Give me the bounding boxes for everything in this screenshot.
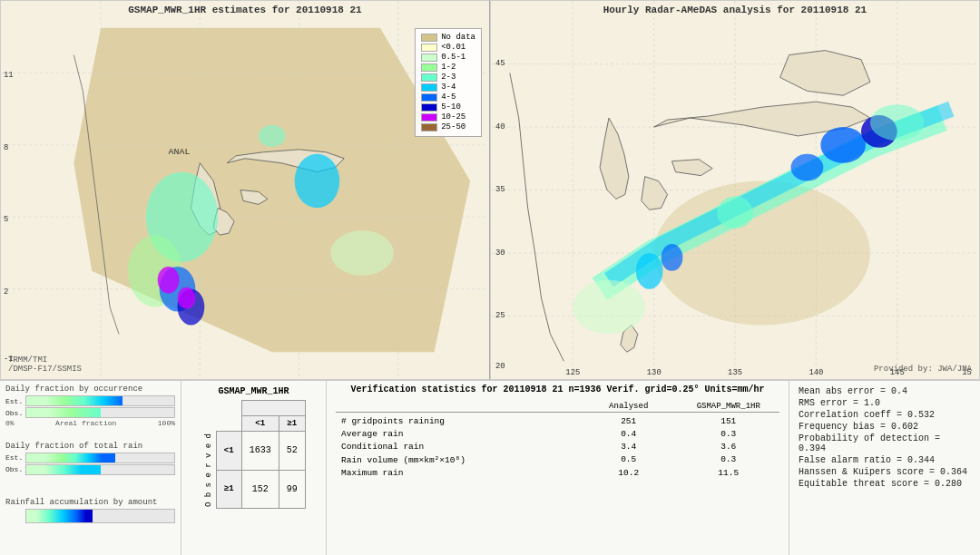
stat-pod: Probability of detection = 0.394 <box>799 433 971 453</box>
bar-chart-2-title: Daily fraction of total rain <box>5 442 175 451</box>
verif-row-gridpoints-v1: 251 <box>580 414 678 427</box>
verif-row-condrain-v2: 3.6 <box>678 440 779 453</box>
svg-text:8: 8 <box>4 143 8 152</box>
matrix-cell-01: 52 <box>279 432 305 471</box>
bar-axis-1: 0% Areal fraction 100% <box>5 419 175 427</box>
verif-row-maxrain-v1: 10.2 <box>580 466 678 479</box>
bar2-obs-label: Obs. <box>5 465 25 473</box>
svg-text:125: 125 <box>565 368 580 377</box>
svg-text:11: 11 <box>4 71 14 80</box>
stat-equitable-threat: Equitable threat score = 0.280 <box>799 479 971 489</box>
verif-row-condrain-v1: 3.4 <box>580 440 678 453</box>
stats-row: Daily fraction by occurrence Est. Obs. 0… <box>0 381 980 555</box>
verif-row-maxrain-label: Maximum rain <box>336 466 580 479</box>
bar-est-container <box>25 395 175 406</box>
matrix-cell-10: 152 <box>241 470 279 509</box>
verif-table: Analysed GSMAP_MWR_1HR # gridpoints rain… <box>336 400 779 479</box>
verif-row-rainvol-v1: 0.5 <box>580 453 678 466</box>
left-map-panel: GSMAP_MWR_1HR estimates for 20110918 21 … <box>0 0 490 380</box>
right-map-panel: Hourly Radar-AMeDAS analysis for 2011091… <box>490 0 980 380</box>
svg-text:135: 135 <box>728 368 742 377</box>
svg-point-89 <box>662 244 683 271</box>
verif-row-gridpoints-label: # gridpoints raining <box>336 414 580 427</box>
svg-point-52 <box>178 287 196 309</box>
svg-text:2: 2 <box>4 287 8 297</box>
svg-point-54 <box>330 230 394 276</box>
matrix-obs-label: O b s e r v e d <box>201 432 216 509</box>
right-stats-panel: Mean abs error = 0.4 RMS error = 1.0 Cor… <box>789 381 980 555</box>
matrix-cell-11: 99 <box>279 470 305 509</box>
matrix-cell-00: 1633 <box>241 432 279 471</box>
svg-text:45: 45 <box>495 59 505 68</box>
verif-row-avgrain-label: Average rain <box>336 427 580 440</box>
svg-text:5: 5 <box>4 215 8 224</box>
stat-false-alarm: False alarm ratio = 0.344 <box>799 455 971 465</box>
right-map-title: Hourly Radar-AMeDAS analysis for 2011091… <box>603 5 867 15</box>
svg-point-87 <box>791 154 824 181</box>
right-map-watermark: Provided by: JWA/JMA <box>874 365 972 374</box>
stat-hanssen-kuipers: Hanssen & Kuipers score = 0.364 <box>799 467 971 477</box>
stat-freq-bias: Frequency bias = 0.602 <box>799 422 971 432</box>
verif-col-empty <box>336 400 580 413</box>
matrix-panel: GSMAP_MWR_1HR <1 ≥1 O b s e r v e d <1 1… <box>181 381 327 555</box>
svg-point-91 <box>573 280 644 335</box>
stat-rms-error: RMS error = 1.0 <box>799 398 971 408</box>
svg-point-53 <box>259 125 286 147</box>
svg-point-85 <box>820 127 866 163</box>
verif-row-condrain-label: Conditional rain <box>336 440 580 453</box>
verif-row-rainvol-label: Rain volume (mm×km²×10⁸) <box>336 453 580 466</box>
verif-col-analysed: Analysed <box>580 400 678 413</box>
matrix-row-header-1: <1 <box>216 432 241 471</box>
verif-row-avgrain-v2: 0.3 <box>678 427 779 440</box>
verif-row-rainvol-v2: 0.3 <box>678 453 779 466</box>
verif-row-gridpoints-v2: 151 <box>678 414 779 427</box>
svg-text:25: 25 <box>495 311 505 320</box>
verif-col-gsmap: GSMAP_MWR_1HR <box>678 400 779 413</box>
svg-text:40: 40 <box>495 122 505 131</box>
verif-row-avgrain-v1: 0.4 <box>580 427 678 440</box>
stat-correlation: Correlation coeff = 0.532 <box>799 410 971 420</box>
matrix-col-header-1: <1 <box>241 416 279 432</box>
bar3-container <box>25 509 175 523</box>
svg-text:130: 130 <box>647 368 662 377</box>
svg-text:ANAL: ANAL <box>169 147 191 157</box>
matrix-title: GSMAP_MWR_1HR <box>218 386 289 396</box>
bar-chart-1-title: Daily fraction by occurrence <box>5 385 175 394</box>
maps-row: GSMAP_MWR_1HR estimates for 20110918 21 … <box>0 0 980 381</box>
bar-obs-container <box>25 407 175 418</box>
svg-point-92 <box>717 196 753 229</box>
bar-charts-panel: Daily fraction by occurrence Est. Obs. 0… <box>0 381 181 555</box>
svg-point-48 <box>295 154 340 209</box>
verif-panel: Verification statistics for 20110918 21 … <box>327 381 789 555</box>
svg-text:35: 35 <box>495 185 505 194</box>
main-container: GSMAP_MWR_1HR estimates for 20110918 21 … <box>0 0 980 555</box>
svg-point-51 <box>158 267 180 294</box>
bar-chart-section-2: Daily fraction of total rain Est. Obs. <box>5 442 175 495</box>
bar2-est-label: Est. <box>5 453 25 462</box>
confusion-matrix: <1 ≥1 O b s e r v e d <1 1633 52 ≥1 152 … <box>201 400 305 509</box>
bar-chart-section-3: Rainfall accumulation by amount <box>5 498 175 551</box>
legend-panel: No data <0.01 0.5-1 1-2 2-3 3-4 4-5 5-10… <box>415 28 482 137</box>
svg-point-90 <box>870 104 925 141</box>
left-map-title: GSMAP_MWR_1HR estimates for 20110918 21 <box>128 5 361 15</box>
svg-point-88 <box>636 253 663 289</box>
svg-text:30: 30 <box>495 248 505 258</box>
bar2-est-container <box>25 453 175 463</box>
svg-text:140: 140 <box>808 368 823 377</box>
right-map-svg: 45 40 35 30 25 20 125 130 135 140 145 15 <box>491 1 979 379</box>
bar2-obs-container <box>25 464 175 475</box>
matrix-row-header-2: ≥1 <box>216 470 241 509</box>
bar-obs-label: Obs. <box>5 409 25 417</box>
bar-chart-section-1: Daily fraction by occurrence Est. Obs. 0… <box>5 385 175 438</box>
bar-est-label: Est. <box>5 397 25 405</box>
left-map-watermark: TRMM/TMI /DMSP-F17/SSMIS <box>8 355 82 374</box>
svg-text:20: 20 <box>495 362 505 371</box>
bar-chart-3-title: Rainfall accumulation by amount <box>5 498 175 507</box>
matrix-col-header-2: ≥1 <box>279 416 305 432</box>
stat-mean-abs-error: Mean abs error = 0.4 <box>799 386 971 396</box>
verif-title: Verification statistics for 20110918 21 … <box>336 385 779 394</box>
verif-row-maxrain-v2: 11.5 <box>678 466 779 479</box>
